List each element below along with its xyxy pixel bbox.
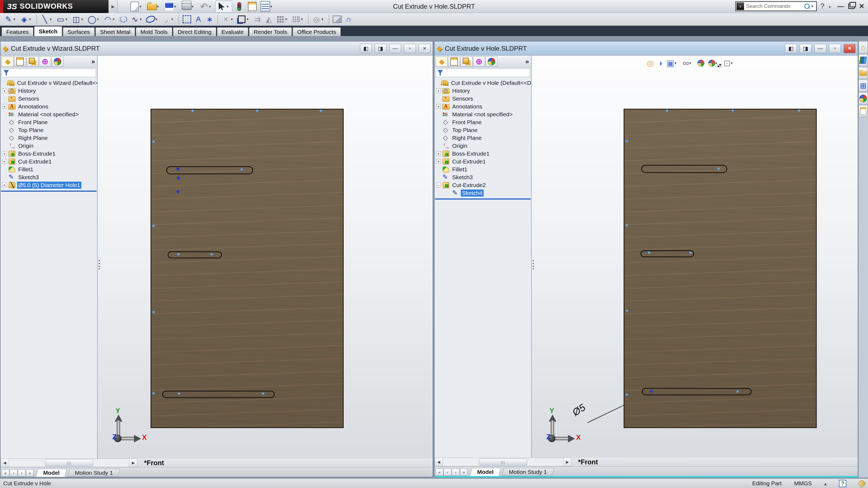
hide-show-items-button[interactable] [682,57,695,69]
window-restore-button[interactable]: ▫ [829,44,841,53]
viewport-splitter-handle[interactable] [532,259,534,270]
fit-spline-button[interactable]: ∩ [343,13,354,25]
tree-item-cut-extrude1[interactable]: +Cut-Extrude1 [1,158,97,165]
property-manager-button[interactable] [448,56,460,67]
tree-item-annotations[interactable]: +Annotations [435,102,531,110]
configuration-manager-button[interactable] [461,56,472,67]
line-button[interactable]: ╲ [39,13,55,25]
expander-expand-icon[interactable]: + [2,159,7,164]
model-face[interactable] [151,109,344,428]
dropdown-caret-icon[interactable] [321,17,326,22]
sketch-slot-1[interactable] [641,165,727,173]
screen-capture-button[interactable] [722,58,736,69]
move-entities-button[interactable] [290,13,306,25]
tree-tabs-expand-icon[interactable]: » [91,58,95,65]
ribbon-tab-office-products[interactable]: Office Products [293,27,341,36]
dropdown-caret-icon[interactable] [226,4,231,9]
tree-item-fillet1[interactable]: Fillet1 [1,165,97,173]
tree-item-sketch4[interactable]: Sketch4 [435,189,531,197]
dimxpert-manager-button[interactable] [473,56,485,67]
ribbon-tab-surfaces[interactable]: Surfaces [63,27,95,36]
tree-item-sensors[interactable]: Sensors [435,95,531,102]
display-manager-button[interactable] [52,56,63,67]
sketch-slot-1[interactable] [166,166,253,174]
expander-collapse-icon[interactable]: − [436,183,441,187]
ribbon-tab-render-tools[interactable]: Render Tools [249,27,291,36]
tree-item-material-not-specified[interactable]: Material <not specified> [435,110,531,118]
dropdown-caret-icon[interactable] [140,4,144,9]
view-palette-button[interactable] [859,80,868,92]
tree-item-annotations[interactable]: +Annotations [1,102,97,110]
display-manager-button[interactable] [486,56,497,67]
window-close-button[interactable]: × [844,44,856,53]
tree-item-history[interactable]: +History [1,87,97,95]
dropdown-caret-icon[interactable] [285,17,289,22]
solidworks-resources-button[interactable] [859,41,868,54]
expander-expand-icon[interactable]: + [2,104,7,109]
scroll-left-arrow[interactable]: ◀ [1,459,9,467]
sketch-button[interactable]: ✎ [3,13,19,25]
view-settings-button[interactable] [707,59,721,67]
expander-expand-icon[interactable]: + [436,159,441,164]
tree-item-origin[interactable]: Origin [435,142,531,150]
window-tile-right-button[interactable]: ◨ [800,44,812,53]
tree-root-item[interactable]: Cut Extrude v Hole (Default<<De [435,79,531,87]
print-button[interactable] [181,1,197,12]
sketch-picture-button[interactable] [332,13,343,25]
expander-expand-icon[interactable]: + [2,183,7,187]
tree-item-boss-extrude1[interactable]: +Boss-Extrude1 [435,150,531,158]
ribbon-tab-features[interactable]: Features [2,27,33,36]
appearances-scenes-button[interactable] [859,93,868,104]
app-close-button[interactable] [859,1,864,11]
circle-button[interactable]: ◯ [86,13,102,25]
design-library-button[interactable] [859,54,868,66]
dropdown-caret-icon[interactable] [731,61,735,66]
feature-manager-button[interactable] [436,56,447,67]
tree-item-top-plane[interactable]: Top Plane [435,126,531,134]
tree-item-material-not-specified[interactable]: Material <not specified> [1,110,97,118]
trim-entities-button[interactable]: × [220,13,236,25]
tree-item-front-plane[interactable]: Front Plane [1,118,97,126]
tags-icon[interactable] [858,479,866,488]
undo-button[interactable] [198,1,214,12]
rollback-bar[interactable] [1,191,97,192]
tab-last-button[interactable]: » [26,469,34,476]
custom-properties-button[interactable] [859,105,868,117]
tree-item-boss-extrude1[interactable]: +Boss-Extrude1 [1,150,97,158]
app-minimize-button[interactable] [837,2,844,10]
tree-item-cut-extrude2[interactable]: −Cut-Extrude2 [435,181,531,189]
dropdown-caret-icon[interactable] [675,61,679,66]
dropdown-caret-icon[interactable] [113,17,117,22]
view-orientation-button[interactable] [665,58,680,69]
options-checklist-button[interactable] [259,1,276,12]
dropdown-caret-icon[interactable] [715,61,720,66]
tree-item-5-0-5-diameter-hole1[interactable]: +Ø5.0 (5) Diameter Hole1 [1,181,97,189]
sketch-slot-2[interactable] [167,251,222,258]
new-document-button[interactable] [129,1,145,12]
document-tab-model[interactable]: Model [36,469,67,477]
file-explorer-button[interactable] [859,67,868,79]
dropdown-caret-icon[interactable] [65,17,70,22]
select-button[interactable] [215,1,232,12]
section-view-button[interactable] [656,58,663,68]
dropdown-caret-icon[interactable] [13,17,18,22]
save-button[interactable] [163,1,180,12]
tree-tabs-expand-icon[interactable]: » [525,58,529,65]
property-manager-button[interactable] [14,56,26,67]
tab-next-button[interactable]: › [452,468,460,476]
window-minimize-button[interactable]: — [814,44,826,53]
dropdown-caret-icon[interactable] [209,4,213,9]
linear-pattern-button[interactable] [275,13,290,25]
text-button[interactable]: A [193,13,204,25]
spline-button[interactable]: ∿ [129,13,145,25]
viewport-splitter-handle[interactable] [98,259,100,270]
tab-last-button[interactable]: » [460,468,468,476]
tree-item-sketch3[interactable]: Sketch3 [435,173,531,181]
dropdown-caret-icon[interactable] [689,61,693,66]
dropdown-caret-icon[interactable] [155,17,160,22]
tree-item-cut-extrude1[interactable]: +Cut-Extrude1 [435,158,531,165]
tree-filter-field[interactable] [436,69,530,77]
help-caret-icon[interactable] [829,2,833,10]
feature-manager-button[interactable] [2,56,13,67]
scroll-right-arrow[interactable]: ▶ [563,458,571,466]
